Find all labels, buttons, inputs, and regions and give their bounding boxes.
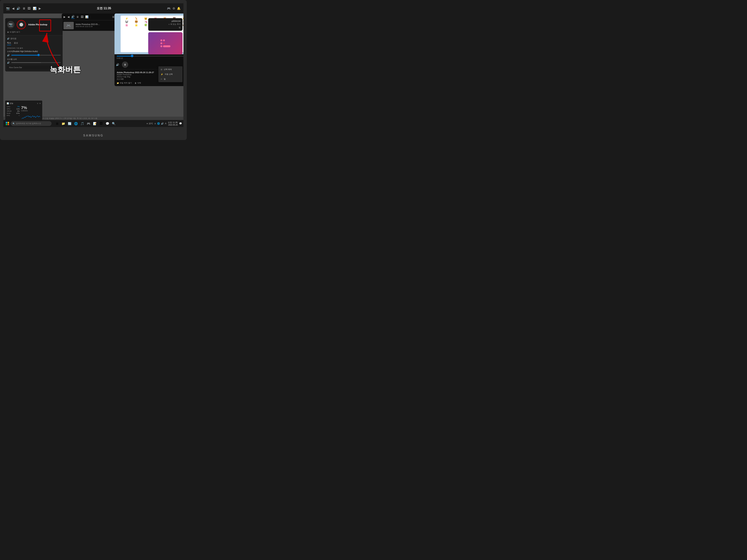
taskbar-widgets[interactable]: ⊞ xyxy=(54,121,60,127)
gallery-back-icon[interactable]: ◀ xyxy=(68,16,70,18)
dot-bar xyxy=(163,45,171,47)
taskbar-chrome[interactable]: 🌐 xyxy=(73,121,79,127)
monitor-nav-icon[interactable]: 🖥 xyxy=(22,7,25,10)
camera-icon: 📷 xyxy=(7,21,15,28)
gallery-panel: ▶ ◀ 🔊 🖥 🖼 📊 ⊞ 🎮 Adobe Photoshop 2022-05-… xyxy=(62,14,117,31)
gallery-nav-icon[interactable]: 🖼 xyxy=(28,7,31,10)
add-label[interactable]: + 색 또는 추가 xyxy=(150,23,181,26)
perf-controls: ≡ ✕ xyxy=(37,102,41,104)
record-button[interactable] xyxy=(17,20,26,29)
xbox-hint: Xbox Game Bar xyxy=(7,65,61,70)
monitor-bezel: 파일 편집 이미지 레이어 선택 필터 📷 ◀ 🔊 🖥 🖼 📊 ▶ 오전 11:… xyxy=(0,0,187,140)
back-nav-icon[interactable]: ◀ xyxy=(12,7,14,10)
cpu-freq: 0.80GHz xyxy=(21,110,41,112)
dot-4 xyxy=(163,43,165,44)
taskbar-chat[interactable]: 💬 xyxy=(104,121,110,127)
ting-label: 팅 xyxy=(150,26,181,29)
volume-row: 🔊 xyxy=(7,54,61,56)
system-sound-label: 시스템 소리 xyxy=(7,58,61,60)
taskbar-app2[interactable]: 🎵 xyxy=(79,121,85,127)
notification-icon[interactable]: 🔔 xyxy=(177,7,181,10)
win-sq-4 xyxy=(7,124,9,125)
win-sq-1 xyxy=(6,122,7,123)
tab-mix[interactable]: 믹스 xyxy=(7,42,11,45)
taskbar-search[interactable]: 🔍 검색하려면 여기에 입력하시오 xyxy=(11,121,52,126)
weather-temp: 22°C xyxy=(149,123,153,125)
capture-date-1: 2022-05-26 오전 11:28 xyxy=(76,25,114,28)
stats-nav-icon[interactable]: 📊 xyxy=(33,7,36,10)
add-icon: + xyxy=(169,23,170,25)
gamebar-left-panel: 📷 Adobe Photoshop 🖥 내 캡처 보기 🔊 xyxy=(5,18,62,72)
volume-icon: 🔊 xyxy=(7,54,10,56)
taskbar-app4[interactable]: 📝 xyxy=(92,121,98,127)
capture-list-item[interactable]: 🎮 Adobe Photoshop 2022-05-... 2022-05-26… xyxy=(62,20,117,31)
taskbar-app5[interactable]: 🖼 xyxy=(98,121,104,127)
camera-nav-icon[interactable]: 📷 xyxy=(6,7,10,10)
gallery-stats-icon[interactable]: 📊 xyxy=(85,16,88,18)
gpu-stat: GPU 11% xyxy=(7,108,20,110)
taskbar-explorer[interactable]: 📁 xyxy=(60,121,66,127)
taskbar-search2[interactable]: 🔍 xyxy=(111,121,117,127)
weather-icon: ☀ xyxy=(146,123,148,125)
gallery-image-icon[interactable]: 🖼 xyxy=(81,16,83,18)
more-nav-icon[interactable]: ▶ xyxy=(39,7,41,10)
time-tray[interactable]: 오전 11:35 2022-05-26 xyxy=(168,121,178,126)
tray-network[interactable]: 🌐 xyxy=(157,122,160,125)
search-icon: 🔍 xyxy=(12,123,15,125)
taskbar-app3[interactable]: 🎮 xyxy=(85,121,92,127)
vol-control-icon[interactable]: 🔊 xyxy=(116,63,119,66)
sticker-1: ⚡ xyxy=(122,17,131,20)
sticker-9: 🐯 xyxy=(132,20,140,23)
fill-icon: ✂ xyxy=(161,78,162,80)
taskbar-items: ⊞ 📁 🔄 🌐 🎵 🎮 📝 🖼 💬 🔍 xyxy=(54,121,117,127)
start-button[interactable] xyxy=(5,121,10,126)
gallery-window-icon[interactable]: ⊞ xyxy=(112,16,114,18)
sticker-15: 🌸 xyxy=(122,24,131,27)
context-menu: ⊞ 선택 해제 ⚡ 자동 선택 ✂ 칠 xyxy=(158,66,182,82)
tray-notification[interactable]: 💬 xyxy=(179,122,182,125)
settings-nav-icon[interactable]: ⚙ xyxy=(173,7,175,10)
ctx-fill[interactable]: ✂ 칠 xyxy=(158,77,182,81)
gallery-play-icon[interactable]: ▶ xyxy=(63,16,66,18)
dot-2 xyxy=(163,39,165,41)
tab-voice[interactable]: 음성 xyxy=(14,42,18,45)
sticker-2: 🦒 xyxy=(132,17,140,20)
taskbar: 🔍 검색하려면 여기에 입력하시오 ⊞ 📁 🔄 🌐 🎵 🎮 📝 🖼 💬 🔍 ☀ … xyxy=(3,120,183,127)
clock-date: 2022-05-26 xyxy=(168,124,178,126)
delete-button[interactable]: 🗑 삭제 xyxy=(135,82,141,84)
gallery-monitor-icon[interactable]: 🖥 xyxy=(76,16,79,18)
capture-panel: 📷 Adobe Photoshop 🖥 내 캡처 보기 xyxy=(5,18,62,35)
volume-nav-icon[interactable]: 🔊 xyxy=(17,7,20,10)
view-captures-link[interactable]: 🖥 내 캡처 보기 xyxy=(7,31,61,33)
progress-thumb xyxy=(131,55,133,57)
system-sound-section: 시스템 소리 🔊 xyxy=(7,58,61,64)
record-dot xyxy=(20,23,23,26)
user-panel: p8994194 + 색 또는 추가 팅 xyxy=(148,18,182,31)
pause-button[interactable]: ⏸ xyxy=(122,61,128,68)
video-progress xyxy=(114,54,183,56)
monitor-brand: SAMSUNG xyxy=(83,134,104,137)
gamebar-nav: 📷 ◀ 🔊 🖥 🖼 📊 ▶ 오전 11:35 🎮 ⚙ 🔔 xyxy=(3,3,183,14)
system-volume-slider[interactable] xyxy=(11,62,61,63)
tray-input[interactable]: A xyxy=(165,122,166,125)
gallery-capture-icon[interactable]: 🔊 xyxy=(71,15,75,19)
progress-fill xyxy=(117,56,132,56)
capture-name-1: Adobe Photoshop 2022-05-... xyxy=(76,23,114,25)
tray-volume[interactable]: 🔊 xyxy=(161,122,164,125)
fps-stat: FPS -- xyxy=(7,115,20,116)
volume-slider[interactable] xyxy=(11,55,61,56)
ctx-auto-select[interactable]: ⚡ 자동 선택 xyxy=(158,72,182,77)
red-box-annotation xyxy=(39,20,51,31)
vram-stat: VRAM 0% xyxy=(7,110,20,112)
sticker-16: ⭐ xyxy=(132,24,140,27)
windows-output-label: WINDOWS 기본 출력 xyxy=(7,47,61,49)
taskbar-app1[interactable]: 🔄 xyxy=(67,121,73,127)
right-widget xyxy=(148,32,182,54)
weather-badge[interactable]: ☀ 22°C xyxy=(146,123,153,125)
taskbar-right: ☀ 22°C ∧ 🌐 🔊 A 오전 11:35 2022-05-26 💬 xyxy=(146,121,182,126)
open-file-location-button[interactable]: 📁 파일 위치 열기 xyxy=(117,82,132,84)
ctx-deselect[interactable]: ⊞ 선택 해제 xyxy=(158,67,182,72)
tray-expand[interactable]: ∧ xyxy=(154,122,156,125)
video-times: 0:00:12 0:01:01 xyxy=(114,56,183,60)
progress-bar[interactable] xyxy=(117,56,183,56)
